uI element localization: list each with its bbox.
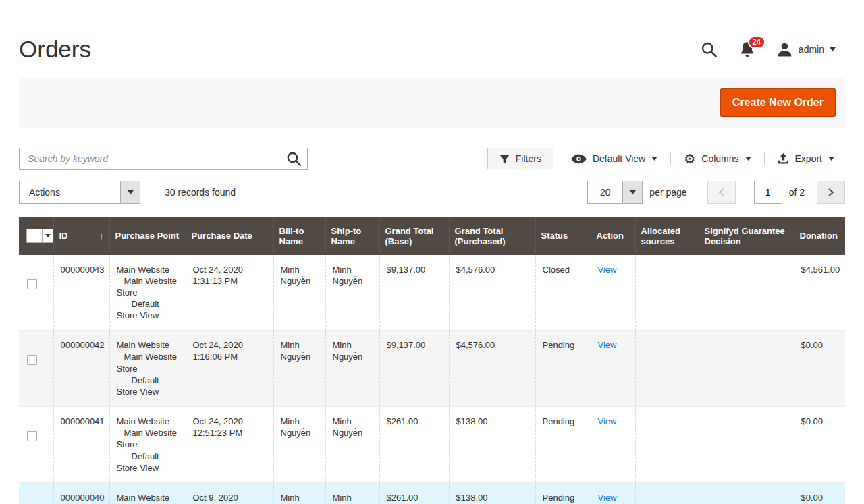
row-select-cell — [19, 407, 53, 483]
view-selector-label: Default View — [593, 153, 645, 164]
pagination: 20 per page of 2 — [587, 181, 845, 204]
notification-badge: 24 — [748, 36, 765, 49]
cell-ship-to: Minh Nguyễn — [325, 482, 379, 504]
cell-signifyd — [699, 482, 794, 504]
previous-page-button[interactable] — [707, 181, 736, 204]
cell-status: Pending — [535, 407, 591, 483]
notifications-button[interactable]: 24 — [738, 40, 756, 58]
select-all-checkbox[interactable] — [27, 229, 42, 242]
column-label: Grand Total (Purchased) — [455, 226, 506, 246]
cell-purchase-date: Oct 24, 2020 1:16:06 PM — [186, 331, 273, 407]
global-search-button[interactable] — [700, 40, 718, 59]
column-header-signifyd-guarantee-decision[interactable]: Signifyd Guarantee Decision — [699, 217, 794, 255]
cell-id: 000000043 — [53, 255, 109, 331]
select-all-control[interactable] — [26, 229, 54, 243]
cell-id: 000000042 — [53, 331, 109, 407]
admin-username: admin — [799, 44, 824, 55]
column-header-action[interactable]: Action — [591, 217, 635, 255]
view-order-link[interactable]: View — [598, 493, 617, 503]
user-icon — [776, 41, 793, 58]
purchase-point-level-0: Main Website — [117, 264, 179, 275]
cell-signifyd — [699, 331, 794, 407]
actions-dropdown[interactable]: Actions — [19, 181, 140, 204]
cell-grand-total-base: $261.00 — [379, 482, 449, 504]
column-label: Status — [541, 231, 568, 241]
total-pages-label: of 2 — [789, 187, 805, 198]
columns-label: Columns — [701, 153, 738, 164]
column-header-status[interactable]: Status — [535, 217, 591, 255]
order-row-000000042: 000000042Main WebsiteMain Website StoreD… — [19, 331, 845, 407]
cell-id: 000000040 — [53, 482, 109, 504]
page-title: Orders — [19, 36, 91, 63]
filters-button[interactable]: Filters — [487, 148, 554, 169]
column-header-id[interactable]: ID↑ — [53, 217, 109, 255]
cell-purchase-date: Oct 24, 2020 1:31:13 PM — [186, 255, 273, 331]
column-label: Action — [597, 231, 624, 241]
columns-selector[interactable]: ⚙ Columns — [681, 152, 753, 165]
column-header-allocated-sources[interactable]: Allocated sources — [635, 217, 699, 255]
column-header-grand-total-base[interactable]: Grand Total (Base) — [379, 217, 449, 255]
row-checkbox[interactable] — [27, 279, 37, 289]
gear-icon: ⚙ — [684, 152, 695, 165]
records-count: 30 records found — [165, 187, 236, 198]
column-header-purchase-date[interactable]: Purchase Date — [186, 217, 273, 255]
chevron-down-icon — [45, 234, 51, 237]
view-order-link[interactable]: View — [598, 264, 617, 275]
admin-user-menu[interactable]: admin — [776, 41, 836, 58]
column-label: Grand Total (Base) — [385, 226, 434, 246]
export-icon — [778, 153, 789, 165]
current-page-input[interactable] — [754, 181, 782, 204]
grid-header-row: ID↑Purchase PointPurchase DateBill-to Na… — [19, 217, 845, 255]
cell-action: View — [591, 331, 635, 407]
purchase-point-level-2: Default Store View — [117, 298, 179, 321]
per-page-dropdown[interactable]: 20 — [587, 181, 643, 204]
next-page-button[interactable] — [817, 181, 845, 204]
column-header-bill-to-name[interactable]: Bill-to Name — [273, 217, 325, 255]
mass-actions: Actions 30 records found — [19, 181, 236, 204]
column-header-purchase-point[interactable]: Purchase Point — [109, 217, 186, 255]
chevron-down-icon — [630, 190, 636, 194]
row-checkbox[interactable] — [27, 431, 37, 441]
purchase-point-level-2: Default Store View — [117, 451, 179, 474]
cell-donation: $0.00 — [794, 407, 845, 483]
actions-dropdown-arrow[interactable] — [120, 181, 140, 203]
cell-grand-total-purchased: $4,576.00 — [449, 331, 535, 407]
cell-donation: $0.00 — [794, 331, 845, 407]
row-checkbox[interactable] — [27, 355, 37, 365]
cell-bill-to: Minh Nguyễn — [273, 255, 325, 331]
create-new-order-button[interactable]: Create New Order — [720, 88, 836, 117]
column-header-donation[interactable]: Donation — [794, 217, 845, 255]
column-header-grand-total-purchased[interactable]: Grand Total (Purchased) — [449, 217, 535, 255]
order-row-000000041: 000000041Main WebsiteMain Website StoreD… — [19, 407, 845, 483]
cell-bill-to: Minh Nguyễn — [273, 331, 325, 407]
orders-grid: ID↑Purchase PointPurchase DateBill-to Na… — [19, 217, 845, 504]
cell-grand-total-purchased: $138.00 — [449, 407, 535, 483]
column-label: Signifyd Guarantee Decision — [705, 226, 785, 246]
purchase-point-level-2: Default Store View — [117, 374, 179, 397]
per-page-dropdown-arrow[interactable] — [622, 181, 642, 203]
cell-action: View — [591, 407, 635, 483]
search-icon — [700, 40, 718, 59]
cell-status: Pending — [535, 482, 591, 504]
search-submit-button[interactable] — [286, 150, 302, 169]
column-label: Bill-to Name — [279, 226, 304, 246]
cell-grand-total-base: $9,137.00 — [379, 255, 449, 331]
page-header: Orders 24 admin — [0, 0, 864, 63]
view-order-link[interactable]: View — [598, 416, 617, 426]
view-selector[interactable]: Default View — [568, 153, 660, 164]
select-all-header — [19, 217, 53, 255]
cell-signifyd — [699, 255, 794, 331]
chevron-down-icon — [128, 190, 134, 194]
eye-icon — [571, 154, 587, 164]
export-control[interactable]: Export — [775, 153, 837, 165]
keyword-search — [19, 148, 308, 170]
cell-bill-to: Minh Nguyễn — [273, 482, 325, 504]
chevron-down-icon — [745, 157, 751, 161]
chevron-down-icon — [651, 157, 657, 161]
column-header-ship-to-name[interactable]: Ship-to Name — [325, 217, 379, 255]
view-order-link[interactable]: View — [598, 340, 617, 350]
search-input[interactable] — [19, 148, 308, 170]
row-select-cell — [19, 482, 53, 504]
select-all-caret[interactable] — [42, 229, 53, 242]
chevron-left-icon — [718, 188, 725, 197]
